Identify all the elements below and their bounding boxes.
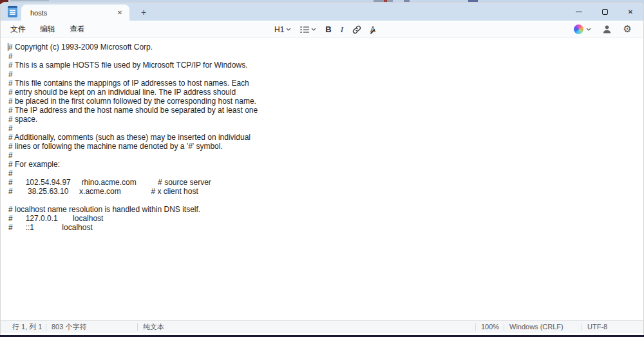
tab-title: hosts	[21, 9, 113, 17]
link-icon	[352, 25, 361, 34]
settings-button[interactable]: ⚙	[621, 23, 634, 35]
bullet-list-icon	[300, 26, 309, 34]
statusbar-divider	[137, 323, 138, 331]
line-ending[interactable]: Windows (CRLF)	[509, 321, 564, 333]
zoom-level[interactable]: 100%	[481, 321, 499, 333]
background-artifact	[10, 0, 49, 1]
tab-hosts[interactable]: hosts ✕	[21, 5, 129, 21]
person-icon	[602, 24, 612, 34]
account-button[interactable]	[600, 23, 614, 35]
statusbar-divider	[475, 323, 476, 331]
statusbar: 行 1, 列 1 803 个字符 纯文本 100% Windows (CRLF)…	[1, 320, 643, 333]
toolbar-right: ⚙	[572, 21, 634, 38]
format-toolbar: H1 B I	[271, 21, 379, 38]
maximize-button[interactable]	[592, 3, 618, 21]
minimize-button[interactable]	[566, 3, 592, 21]
chevron-down-icon	[286, 28, 291, 31]
chevron-down-icon	[586, 28, 591, 31]
gear-icon: ⚙	[623, 24, 632, 34]
insert-link-button[interactable]	[349, 23, 365, 37]
menubar: 文件 编辑 查看	[8, 21, 87, 38]
italic-button[interactable]: I	[337, 23, 346, 37]
bold-label: B	[325, 24, 331, 34]
cursor-position: 行 1, 列 1	[12, 321, 42, 333]
copilot-icon	[574, 24, 583, 34]
new-tab-button[interactable]: +	[137, 6, 151, 19]
close-tab-icon[interactable]: ✕	[113, 6, 127, 19]
menu-view[interactable]: 查看	[68, 23, 87, 36]
italic-label: I	[341, 24, 343, 35]
heading-label: H1	[274, 25, 284, 34]
close-icon: ✕	[628, 8, 633, 15]
menu-file[interactable]: 文件	[8, 23, 28, 36]
minimize-icon	[576, 12, 582, 12]
doc-type[interactable]: 纯文本	[143, 321, 164, 333]
clear-formatting-icon: A	[370, 25, 375, 34]
statusbar-divider	[504, 323, 504, 331]
heading-style-button[interactable]: H1	[271, 23, 294, 37]
copilot-button[interactable]	[572, 23, 593, 35]
notepad-window: hosts ✕ + ✕ 文件 编辑 查看 H1	[0, 2, 644, 335]
char-count: 803 个字符	[52, 321, 86, 333]
list-style-button[interactable]	[297, 23, 319, 37]
notepad-app-icon	[8, 6, 17, 17]
chevron-down-icon	[311, 28, 316, 31]
encoding[interactable]: UTF-8	[587, 321, 607, 333]
toolbar: 文件 编辑 查看 H1 B I	[1, 21, 643, 38]
window-controls: ✕	[566, 3, 643, 21]
editor-text[interactable]: # Copyright (c) 1993-2009 Microsoft Corp…	[8, 43, 258, 232]
statusbar-divider	[46, 323, 46, 331]
bold-button[interactable]: B	[322, 23, 334, 37]
titlebar[interactable]: hosts ✕ + ✕	[1, 3, 643, 21]
close-button[interactable]: ✕	[618, 3, 643, 21]
clear-formatting-button[interactable]: A	[367, 23, 379, 37]
statusbar-divider	[582, 323, 582, 331]
maximize-icon	[602, 9, 608, 15]
menu-edit[interactable]: 编辑	[38, 23, 57, 36]
editor-area[interactable]: # Copyright (c) 1993-2009 Microsoft Corp…	[1, 38, 643, 323]
